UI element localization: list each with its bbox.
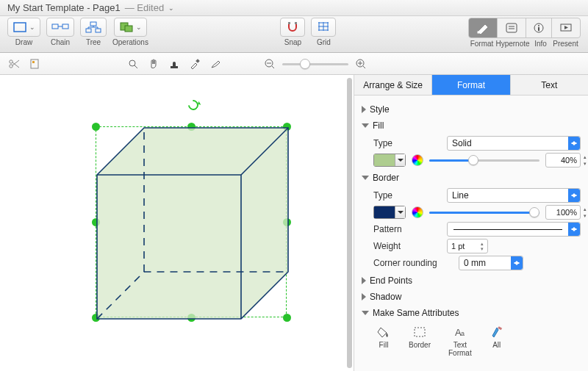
svg-point-14 (538, 25, 539, 26)
canvas[interactable] (0, 75, 354, 371)
info-panel-button[interactable] (526, 18, 552, 37)
snap-label: Snap (284, 38, 301, 46)
svg-rect-10 (295, 22, 297, 24)
inspector-selector[interactable] (468, 18, 581, 38)
svg-rect-6 (96, 29, 101, 32)
main-toolbar: ⌄ Draw Chain Tree ⌄ Operations Snap Grid (0, 16, 588, 53)
border-opacity-field[interactable]: 100%▴▾ (545, 205, 581, 220)
section-style[interactable]: Style (362, 101, 581, 118)
eyedropper-icon[interactable] (187, 56, 203, 72)
magnifier-icon[interactable] (125, 56, 141, 72)
border-pattern-select[interactable] (447, 222, 581, 237)
chain-button[interactable] (46, 18, 74, 37)
border-weight-field[interactable]: 1 pt▴▾ (447, 239, 488, 253)
svg-rect-20 (31, 60, 38, 68)
present-panel-button[interactable] (552, 18, 580, 37)
chain-label: Chain (51, 38, 70, 46)
weight-label: Weight (373, 241, 441, 251)
operations-button[interactable]: ⌄ (114, 18, 147, 37)
hypernote-panel-button[interactable] (498, 18, 526, 37)
tab-arrange-size[interactable]: Arrange & Size (354, 75, 432, 95)
window-edited-indicator: — Edited (125, 2, 164, 13)
info-tab-label: Info (531, 40, 551, 48)
hand-icon[interactable] (146, 56, 162, 72)
svg-rect-2 (62, 24, 68, 29)
grid-label: Grid (317, 38, 331, 46)
draw-button[interactable]: ⌄ (7, 18, 40, 37)
format-panel-button[interactable] (469, 18, 498, 37)
disclosure-icon (362, 176, 369, 180)
border-color-well[interactable] (373, 206, 406, 219)
vertical-scrollbar[interactable] (347, 78, 352, 368)
title-dropdown-icon[interactable]: ⌄ (168, 4, 174, 12)
svg-line-28 (272, 66, 274, 68)
border-opacity-slider[interactable] (429, 206, 539, 218)
grid-button[interactable] (311, 18, 336, 37)
svg-rect-11 (478, 32, 480, 33)
svg-rect-4 (90, 22, 96, 26)
border-type-label: Type (373, 190, 441, 201)
tab-text[interactable]: Text (511, 75, 588, 95)
fill-color-well[interactable] (373, 154, 406, 167)
stamp-icon[interactable] (166, 56, 182, 72)
svg-rect-36 (415, 328, 425, 336)
color-wheel-icon[interactable] (412, 154, 423, 166)
section-make-same-attributes[interactable]: Make Same Attributes (362, 305, 581, 321)
window-title: My Start Template - Page1 (7, 2, 121, 13)
msa-all-button[interactable]: All (490, 325, 504, 357)
msa-text-format-button[interactable]: Aa Text Format (448, 325, 472, 357)
tree-button[interactable] (80, 18, 107, 37)
svg-rect-21 (32, 61, 35, 63)
corner-rounding-label: Corner rounding (373, 258, 453, 268)
border-type-select[interactable]: Line (447, 188, 581, 203)
disclosure-icon (362, 123, 369, 128)
sub-toolbar (0, 53, 588, 75)
zoom-slider[interactable] (282, 58, 348, 70)
pattern-label: Pattern (373, 224, 441, 234)
svg-point-18 (10, 60, 12, 62)
disclosure-icon (362, 277, 366, 284)
corner-rounding-select[interactable]: 0 mm (459, 256, 523, 270)
section-border[interactable]: Border (362, 170, 581, 186)
svg-point-22 (129, 60, 135, 66)
msa-border-button[interactable]: Border (409, 325, 431, 357)
svg-rect-0 (14, 23, 26, 32)
svg-rect-25 (196, 59, 200, 63)
tree-label: Tree (86, 38, 101, 46)
fill-type-select[interactable]: Solid (447, 136, 581, 151)
chevron-down-icon: ⌄ (29, 24, 35, 31)
disclosure-icon (362, 293, 366, 300)
svg-point-19 (10, 64, 12, 67)
svg-line-32 (363, 66, 365, 68)
svg-text:a: a (461, 330, 465, 337)
brush-icon[interactable] (207, 56, 223, 72)
page-icon[interactable] (26, 56, 43, 72)
svg-rect-24 (171, 66, 178, 68)
draw-label: Draw (15, 38, 32, 46)
color-wheel-icon[interactable] (412, 206, 423, 218)
scissors-icon[interactable] (6, 56, 22, 72)
cube-shape[interactable] (96, 126, 290, 320)
fill-type-label: Type (373, 138, 441, 148)
rotation-handle[interactable] (186, 98, 201, 112)
disclosure-icon (362, 311, 369, 315)
snap-button[interactable] (280, 18, 305, 37)
section-end-points[interactable]: End Points (362, 273, 581, 289)
svg-rect-12 (506, 24, 517, 32)
disclosure-icon (362, 106, 366, 113)
section-fill[interactable]: Fill (362, 118, 581, 134)
zoom-out-icon[interactable] (262, 56, 278, 72)
svg-rect-8 (125, 26, 132, 32)
fill-opacity-slider[interactable] (429, 154, 539, 166)
tab-format[interactable]: Format (432, 75, 510, 95)
fill-opacity-field[interactable]: 40%▴▾ (545, 153, 581, 168)
svg-rect-5 (86, 29, 91, 32)
hypernote-tab-label: Hypernote (495, 40, 531, 48)
section-shadow[interactable]: Shadow (362, 289, 581, 305)
zoom-in-icon[interactable] (353, 56, 369, 72)
present-tab-label: Present (551, 40, 581, 48)
operations-label: Operations (112, 38, 148, 46)
window-titlebar: My Start Template - Page1 — Edited ⌄ (0, 0, 588, 16)
msa-fill-button[interactable]: Fill (376, 325, 391, 357)
svg-rect-1 (52, 24, 58, 29)
